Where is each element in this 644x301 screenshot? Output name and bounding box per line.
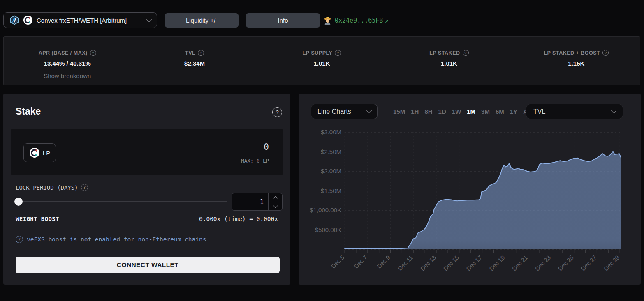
range-button-8h[interactable]: 8H [424, 108, 432, 115]
range-button-15m[interactable]: 15M [393, 108, 405, 115]
svg-text:$3.00M: $3.00M [321, 129, 341, 136]
svg-text:$1,000.00K: $1,000.00K [310, 207, 341, 214]
range-button-1d[interactable]: 1D [438, 108, 446, 115]
help-icon[interactable]: ? [335, 50, 341, 56]
lock-period-slider-track[interactable] [19, 201, 227, 202]
svg-text:Dec 17: Dec 17 [465, 254, 483, 272]
stat-lp-staked-boost-label: LP STAKED + BOOST [544, 50, 600, 56]
svg-text:Dec 5: Dec 5 [330, 254, 345, 270]
stat-apr-value: 13.44% / 40.31% [4, 60, 131, 67]
chart-metric-label: TVL [533, 108, 612, 115]
svg-text:$2.50M: $2.50M [321, 148, 341, 155]
lock-period-text: LOCK PERIOD (DAYS) [16, 184, 78, 191]
stake-help-icon[interactable]: ? [272, 107, 282, 117]
liquidity-button[interactable]: Liquidity +/- [165, 13, 239, 28]
max-balance-label[interactable]: MAX: 0 LP [241, 158, 269, 164]
svg-text:Dec 27: Dec 27 [580, 254, 598, 272]
token-chip-label: LP [43, 149, 50, 156]
chart-type-dropdown[interactable]: Line Charts [311, 104, 378, 119]
stat-lp-staked-boost-value: 1.15K [513, 60, 640, 67]
stat-tvl-value: $2.34M [131, 60, 258, 67]
arbitrum-network-icon [9, 15, 19, 25]
range-button-1h[interactable]: 1H [411, 108, 419, 115]
stat-apr-label: APR (BASE / MAX) [39, 50, 88, 56]
info-button[interactable]: Info [246, 13, 320, 28]
svg-text:Dec 7: Dec 7 [353, 254, 368, 270]
stat-lp-supply-label: LP SUPPLY [303, 50, 333, 56]
connect-wallet-button[interactable]: CONNECT WALLET [16, 257, 280, 273]
svg-text:$500.00K: $500.00K [315, 226, 341, 233]
svg-text:Dec 21: Dec 21 [511, 254, 529, 272]
svg-text:$2.00M: $2.00M [321, 168, 341, 175]
stat-lp-supply-value: 1.01K [258, 60, 385, 67]
chevron-down-icon [366, 108, 372, 113]
wallet-address-button[interactable]: 0x24e9...65FB ↗ [323, 13, 388, 28]
stat-tvl: TVL? $2.34M [131, 37, 258, 85]
lock-period-slider-handle[interactable] [14, 198, 23, 206]
stepper-up-button[interactable] [269, 193, 282, 202]
chevron-down-icon [273, 203, 278, 208]
stat-lp-staked-value: 1.01K [385, 60, 512, 67]
weight-boost-label: WEIGHT BOOST [16, 216, 59, 222]
svg-text:Dec 19: Dec 19 [488, 254, 506, 272]
farmer-avatar-icon [323, 16, 332, 25]
svg-text:Dec 23: Dec 23 [534, 254, 552, 272]
range-buttons: 15M1H8H1D1W1M3M6M1YALL [393, 104, 535, 119]
help-icon[interactable]: ? [90, 50, 96, 56]
stake-amount-box: LP 0 MAX: 0 LP [11, 129, 283, 175]
chart-type-label: Line Charts [317, 108, 367, 115]
chart-panel: Dec 5Dec 7Dec 9Dec 11Dec 13Dec 15Dec 17D… [299, 94, 641, 285]
chart-metric-dropdown[interactable]: TVL [526, 104, 623, 119]
pool-selector-label: Convex frxETH/WETH [Arbitrum] [37, 17, 144, 24]
stepper-down-button[interactable] [269, 202, 282, 210]
help-icon[interactable]: ? [198, 50, 204, 56]
svg-text:Dec 13: Dec 13 [419, 254, 437, 272]
token-select-chip[interactable]: LP [23, 143, 56, 162]
svg-text:Dec 9: Dec 9 [376, 254, 391, 270]
pool-selector-dropdown[interactable]: Convex frxETH/WETH [Arbitrum] [3, 12, 157, 28]
help-icon[interactable]: ? [602, 50, 609, 56]
svg-text:Dec 15: Dec 15 [442, 254, 460, 272]
stat-apr: APR (BASE / MAX)? 13.44% / 40.31% Show b… [4, 37, 131, 85]
stat-lp-staked-boost: LP STAKED + BOOST? 1.15K [513, 37, 640, 85]
weight-boost-row: WEIGHT BOOST 0.000x (time) = 0.000x [16, 216, 278, 222]
stake-amount-input[interactable]: 0 [264, 142, 269, 152]
convex-lp-icon [29, 147, 40, 158]
svg-text:$1.50M: $1.50M [321, 187, 341, 194]
chevron-down-icon [611, 108, 616, 113]
range-button-6m[interactable]: 6M [496, 108, 504, 115]
pool-stats-bar: APR (BASE / MAX)? 13.44% / 40.31% Show b… [3, 36, 640, 85]
help-icon[interactable]: ? [16, 236, 23, 243]
show-breakdown-link[interactable]: Show breakdown [4, 72, 131, 79]
chevron-down-icon [146, 17, 152, 22]
svg-text:Dec 11: Dec 11 [396, 254, 414, 272]
stake-title: Stake [16, 106, 41, 117]
lock-days-value[interactable]: 1 [232, 193, 268, 210]
vefxs-note: ? veFXS boost is not enabled for non-Eth… [16, 236, 206, 243]
svg-text:Dec 29: Dec 29 [603, 254, 621, 272]
stat-lp-supply: LP SUPPLY? 1.01K [258, 37, 385, 85]
lock-days-input[interactable]: 1 [232, 193, 283, 211]
range-button-1y[interactable]: 1Y [510, 108, 517, 115]
weight-boost-value: 0.000x (time) = 0.000x [199, 216, 278, 222]
stat-lp-staked: LP STAKED? 1.01K [385, 37, 512, 85]
help-icon[interactable]: ? [81, 184, 88, 191]
tvl-area-chart[interactable]: Dec 5Dec 7Dec 9Dec 11Dec 13Dec 15Dec 17D… [299, 94, 641, 285]
chevron-up-icon [273, 196, 278, 200]
external-link-arrow-icon: ↗ [385, 17, 388, 24]
stat-lp-staked-label: LP STAKED [429, 50, 460, 56]
stake-panel: Stake ? LP 0 MAX: 0 LP LOCK PERIOD (DAYS… [3, 94, 290, 285]
wallet-address: 0x24e9...65FB [335, 17, 383, 24]
lock-days-stepper [268, 193, 282, 210]
range-button-3m[interactable]: 3M [481, 108, 490, 115]
vefxs-note-text: veFXS boost is not enabled for non-Ether… [27, 236, 206, 243]
help-icon[interactable]: ? [463, 50, 469, 56]
range-button-1m[interactable]: 1M [467, 108, 475, 115]
stat-tvl-label: TVL [185, 50, 195, 56]
range-button-1w[interactable]: 1W [452, 108, 461, 115]
lock-period-label: LOCK PERIOD (DAYS) ? [16, 184, 88, 191]
convex-token-icon [23, 15, 33, 25]
svg-text:Dec 25: Dec 25 [557, 254, 575, 272]
